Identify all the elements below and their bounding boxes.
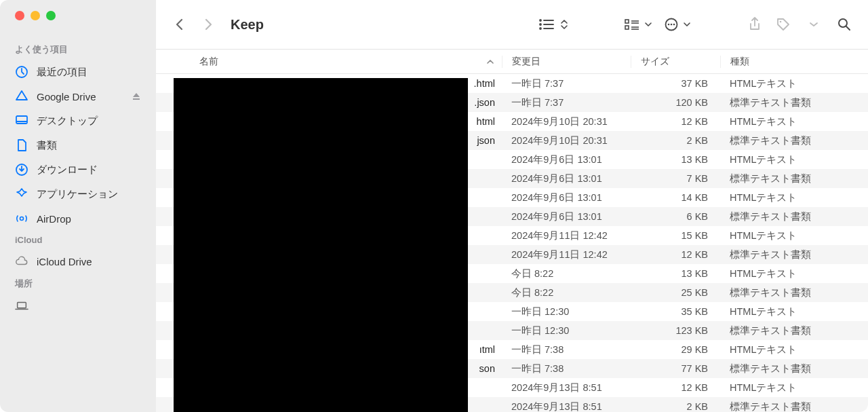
file-size: 13 KB: [631, 268, 720, 279]
sidebar-item-label: 書類: [37, 139, 57, 152]
svg-rect-1: [16, 116, 27, 124]
sidebar-item[interactable]: iCloud Drive: [0, 249, 156, 274]
sidebar-heading: 場所: [0, 274, 156, 294]
share-button[interactable]: [743, 13, 766, 36]
file-kind: 標準テキスト書類: [720, 172, 868, 185]
file-size: 13 KB: [631, 154, 720, 165]
file-kind: HTMLテキスト: [720, 343, 868, 356]
file-size: 12 KB: [631, 116, 720, 127]
file-kind: HTMLテキスト: [720, 305, 868, 318]
file-size: 35 KB: [631, 306, 720, 317]
svg-point-23: [780, 21, 782, 23]
sort-icon: [487, 59, 494, 64]
document-icon: [15, 138, 28, 152]
download-icon: [15, 163, 28, 176]
sidebar-item[interactable]: AirDrop: [0, 206, 156, 231]
cloud-icon: [15, 255, 28, 268]
back-button[interactable]: [168, 13, 191, 36]
file-kind: HTMLテキスト: [720, 153, 868, 166]
close-window-button[interactable]: [15, 11, 24, 20]
svg-point-9: [540, 24, 541, 25]
sidebar-heading: iCloud: [0, 231, 156, 249]
sidebar-item-label: iCloud Drive: [37, 256, 92, 267]
dropdown-button[interactable]: [800, 13, 827, 36]
sidebar-heading: よく使う項目: [0, 39, 156, 60]
window-title: Keep: [231, 17, 264, 33]
action-menu-button[interactable]: [660, 13, 694, 36]
svg-point-20: [668, 24, 670, 26]
file-kind: 標準テキスト書類: [720, 400, 868, 413]
column-header-kind[interactable]: 種類: [720, 56, 868, 68]
sidebar-item[interactable]: 最近の項目: [0, 60, 156, 84]
file-kind: 標準テキスト書類: [720, 210, 868, 223]
svg-line-25: [846, 26, 850, 30]
svg-point-22: [673, 24, 675, 26]
file-date: 2024年9月13日 8:51: [502, 381, 631, 394]
airdrop-icon: [15, 212, 28, 225]
sidebar-item[interactable]: [0, 294, 156, 318]
redacted-overlay: [174, 78, 468, 412]
file-date: 2024年9月13日 8:51: [502, 400, 631, 413]
column-header-name[interactable]: 名前: [156, 56, 502, 68]
file-size: 123 KB: [631, 325, 720, 336]
svg-point-7: [540, 20, 541, 21]
file-date: 今日 8:22: [502, 267, 631, 280]
file-date: 一昨日 7:38: [502, 362, 631, 375]
sidebar-item-label: デスクトップ: [37, 115, 98, 128]
group-button[interactable]: [621, 13, 655, 36]
file-date: 一昨日 7:38: [502, 343, 631, 356]
column-header-date[interactable]: 変更日: [502, 56, 631, 68]
forward-button[interactable]: [197, 13, 220, 36]
file-size: 2 KB: [631, 135, 720, 146]
window-controls: [0, 11, 156, 20]
sidebar-item-label: ダウンロード: [37, 164, 98, 176]
laptop-icon: [15, 299, 28, 313]
file-date: 一昨日 7:37: [502, 77, 631, 90]
svg-point-21: [671, 24, 673, 26]
file-date: 2024年9月6日 13:01: [502, 172, 631, 185]
file-date: 2024年9月11日 12:42: [502, 248, 631, 261]
file-kind: HTMLテキスト: [720, 115, 868, 128]
file-size: 37 KB: [631, 78, 720, 89]
file-date: 2024年9月10日 20:31: [502, 134, 631, 147]
file-date: 2024年9月6日 13:01: [502, 210, 631, 223]
file-kind: HTMLテキスト: [720, 381, 868, 394]
sidebar: よく使う項目最近の項目Google Driveデスクトップ書類ダウンロードアプリ…: [0, 0, 156, 412]
toolbar: Keep: [156, 0, 868, 50]
file-kind: 標準テキスト書類: [720, 248, 868, 261]
file-date: 一昨日 12:30: [502, 305, 631, 318]
svg-rect-14: [625, 26, 629, 29]
file-date: 2024年9月11日 12:42: [502, 229, 631, 242]
eject-icon[interactable]: [132, 92, 141, 101]
google-drive-icon: [15, 90, 28, 103]
minimize-window-button[interactable]: [31, 11, 40, 20]
file-date: 一昨日 7:37: [502, 96, 631, 109]
sidebar-item[interactable]: Google Drive: [0, 84, 156, 109]
file-kind: HTMLテキスト: [720, 267, 868, 280]
file-kind: 標準テキスト書類: [720, 324, 868, 337]
file-size: 29 KB: [631, 344, 720, 355]
clock-icon: [15, 65, 28, 79]
sidebar-item-label: AirDrop: [37, 213, 71, 225]
svg-rect-5: [18, 303, 26, 308]
search-button[interactable]: [833, 13, 856, 36]
sidebar-item[interactable]: 書類: [0, 133, 156, 157]
file-size: 6 KB: [631, 211, 720, 222]
sidebar-item[interactable]: アプリケーション: [0, 182, 156, 206]
file-size: 12 KB: [631, 249, 720, 260]
sidebar-item[interactable]: デスクトップ: [0, 109, 156, 133]
fullscreen-window-button[interactable]: [46, 11, 56, 20]
svg-point-4: [20, 217, 24, 221]
view-mode-button[interactable]: [534, 13, 572, 36]
svg-point-24: [839, 19, 847, 27]
file-date: 2024年9月10日 20:31: [502, 115, 631, 128]
column-header-size[interactable]: サイズ: [631, 56, 720, 68]
file-date: 2024年9月6日 13:01: [502, 153, 631, 166]
file-date: 今日 8:22: [502, 286, 631, 299]
column-headers: 名前 変更日 サイズ 種類: [156, 50, 868, 74]
file-size: 12 KB: [631, 382, 720, 393]
file-kind: 標準テキスト書類: [720, 96, 868, 109]
file-kind: 標準テキスト書類: [720, 134, 868, 147]
sidebar-item[interactable]: ダウンロード: [0, 157, 156, 182]
tag-button[interactable]: [772, 13, 795, 36]
